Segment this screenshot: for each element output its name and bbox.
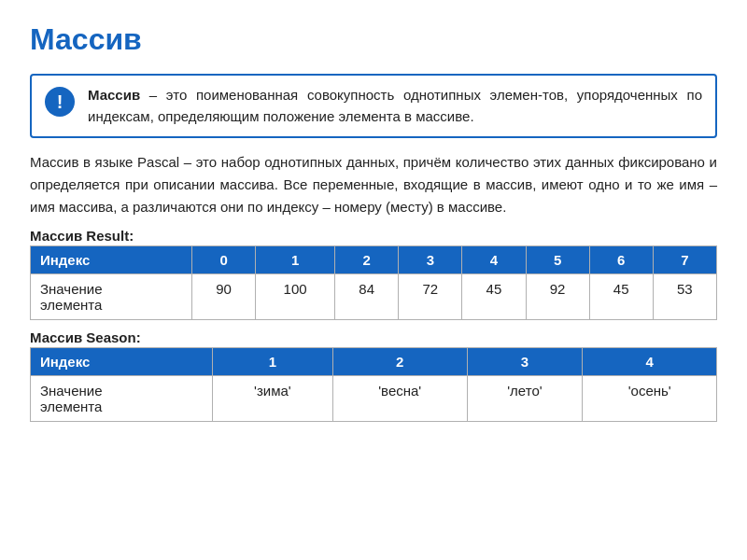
exclamation-icon: ! — [45, 87, 75, 117]
table-row: Значениеэлемента 'зима' 'весна' 'лето' '… — [31, 376, 717, 422]
col-header-4: 4 — [462, 246, 526, 274]
season-col-header-1: 1 — [212, 348, 332, 376]
col-header-7: 7 — [653, 246, 716, 274]
col-header-1: 1 — [256, 246, 335, 274]
season-cell-2: 'весна' — [332, 376, 467, 422]
cell-3: 72 — [399, 274, 462, 320]
info-rest-text: – это поименованная совокупность однотип… — [88, 87, 702, 124]
cell-1: 100 — [256, 274, 335, 320]
col-header-2: 2 — [335, 246, 399, 274]
info-box: ! Массив – это поименованная совокупност… — [30, 74, 717, 138]
cell-6: 45 — [589, 274, 653, 320]
row-label: Значениеэлемента — [31, 274, 192, 320]
cell-0: 90 — [192, 274, 256, 320]
info-box-text: Массив – это поименованная совокупность … — [88, 85, 702, 127]
info-bold-word: Массив — [88, 87, 140, 103]
col-header-0: 0 — [192, 246, 256, 274]
array-result-label: Массив Result: — [30, 228, 717, 244]
cell-7: 53 — [653, 274, 716, 320]
season-col-header-3: 3 — [467, 348, 583, 376]
cell-5: 92 — [526, 274, 589, 320]
array-season-label: Массив Season: — [30, 329, 717, 345]
main-paragraph: Массив в языке Pascal – это набор одноти… — [30, 151, 717, 218]
col-header-5: 5 — [526, 246, 589, 274]
page-title: Массив — [30, 22, 717, 57]
col-header-6: 6 — [589, 246, 653, 274]
col-header-index: Индекс — [31, 246, 192, 274]
season-cell-4: 'осень' — [583, 376, 717, 422]
season-cell-1: 'зима' — [212, 376, 332, 422]
table-result: Индекс 0 1 2 3 4 5 6 7 Значениеэлемента … — [30, 245, 717, 320]
col-header-3: 3 — [399, 246, 462, 274]
table-row: Значениеэлемента 90 100 84 72 45 92 45 5… — [31, 274, 717, 320]
table-season: Индекс 1 2 3 4 Значениеэлемента 'зима' '… — [30, 347, 717, 422]
season-row-label: Значениеэлемента — [31, 376, 213, 422]
season-col-header-4: 4 — [583, 348, 717, 376]
season-col-header-2: 2 — [332, 348, 467, 376]
season-cell-3: 'лето' — [467, 376, 583, 422]
cell-2: 84 — [335, 274, 399, 320]
cell-4: 45 — [462, 274, 526, 320]
season-col-header-index: Индекс — [31, 348, 213, 376]
